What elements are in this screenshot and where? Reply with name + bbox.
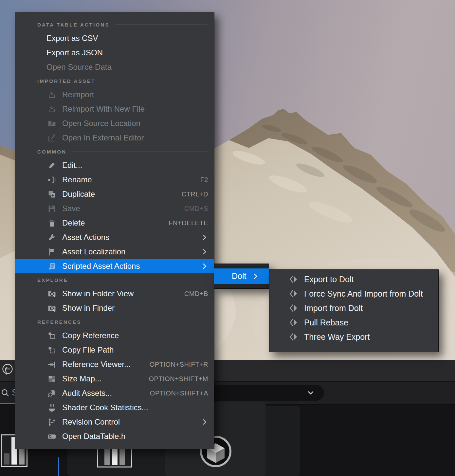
menu-item-icon: [46, 175, 57, 185]
section-divider: [73, 280, 208, 280]
menu-item-label: Asset Actions: [62, 233, 109, 242]
dolt-item-icon: [288, 332, 299, 342]
menu-item-open-in-external-editor: Open In External Editor: [15, 131, 214, 145]
trash-icon: [47, 219, 56, 228]
section-header: REFERENCES: [15, 315, 214, 328]
revision-control-icon: [47, 418, 56, 427]
chevron-right-icon: [201, 418, 208, 426]
back-button[interactable]: [2, 363, 13, 375]
menu-item-duplicate[interactable]: DuplicateCTRL+D: [15, 187, 214, 201]
dolt-menu-item-pull-rebase[interactable]: Pull Rebase: [269, 315, 438, 330]
menu-item-show-in-finder[interactable]: Show in Finder: [15, 301, 214, 315]
menu-item-label: Rename: [62, 175, 92, 184]
section-header: COMMON: [15, 145, 214, 158]
section-header: EXPLORE: [15, 273, 214, 286]
menu-item-icon: [46, 388, 57, 398]
menu-item-icon: [46, 119, 57, 128]
dolt-menu-item-import-from-dolt[interactable]: Import from Dolt: [269, 301, 438, 315]
pencil-icon: [47, 161, 56, 170]
menu-item-label: Show in Folder View: [62, 289, 134, 298]
menu-item-label: Export as CSV: [46, 34, 98, 43]
section-header-label: COMMON: [37, 149, 66, 155]
menu-item-show-in-folder-view[interactable]: Show in Folder ViewCMD+B: [15, 286, 214, 301]
context-menu: DATA TABLE ACTIONSExport as CSVExport as…: [15, 12, 214, 449]
menu-item-scripted-asset-actions[interactable]: Scripted Asset Actions: [15, 259, 214, 273]
menu-item-size-map[interactable]: Size Map...OPTION+SHIFT+M: [15, 372, 214, 386]
section-header-label: IMPORTED ASSET: [37, 78, 96, 84]
menu-item-label: Shader Cook Statistics...: [62, 403, 148, 412]
scripted-actions-submenu: Dolt: [214, 264, 269, 289]
size-map-icon: [47, 375, 56, 383]
menu-item-asset-localization[interactable]: Asset Localization: [15, 245, 214, 259]
menu-item-icon: [46, 345, 57, 355]
menu-item-copy-reference[interactable]: Copy Reference: [15, 328, 214, 343]
rename-icon: [47, 175, 56, 184]
dolt-menu-item-export-to-dolt[interactable]: Export to Dolt: [269, 272, 438, 286]
menu-item-reimport: Reimport: [15, 87, 214, 102]
menu-item-icon: [46, 247, 57, 257]
menu-item-rename[interactable]: RenameF2: [15, 173, 214, 187]
menu-item-reference-viewer[interactable]: Reference Viewer...OPTION+SHIFT+R: [15, 357, 214, 372]
save-icon: [47, 204, 56, 213]
menu-item-reimport-with-new-file: Reimport With New File: [15, 102, 214, 116]
script-icon: [47, 262, 56, 271]
menu-item-icon: [46, 104, 57, 114]
menu-item-label: Open DataTable.h: [62, 432, 125, 441]
menu-item-shortcut: OPTION+SHIFT+M: [149, 375, 208, 383]
menu-item-open-datatable-h[interactable]: C++Open DataTable.h: [15, 429, 214, 444]
copy-icon: [47, 346, 56, 355]
submenu-item-dolt[interactable]: Dolt: [214, 268, 269, 284]
reimport-icon: [47, 105, 56, 114]
open-source-location-icon: [47, 119, 56, 128]
bar: [119, 449, 125, 465]
menu-item-export-as-csv[interactable]: Export as CSV: [15, 31, 214, 46]
dolt-menu-item-force-sync-and-import-from-dolt[interactable]: Force Sync And Import from Dolt: [269, 286, 438, 301]
menu-item-asset-actions[interactable]: Asset Actions: [15, 230, 214, 245]
back-arrow-icon: [2, 363, 13, 375]
menu-item-label: Copy File Path: [62, 345, 114, 355]
menu-item-icon: [46, 331, 57, 340]
menu-item-shader-cook-statistics[interactable]: Shader Cook Statistics...: [15, 400, 214, 415]
dolt-item-icon: [288, 303, 299, 313]
menu-item-label: Open Source Data: [46, 63, 112, 72]
section-divider: [87, 322, 208, 322]
section-header-label: EXPLORE: [37, 277, 68, 283]
section-divider: [115, 25, 208, 25]
search-icon: [1, 388, 10, 397]
menu-item-delete[interactable]: DeleteFN+DELETE: [15, 216, 214, 230]
selected-tile-accent: [58, 457, 59, 476]
dolt-item-label: Force Sync And Import from Dolt: [304, 289, 423, 299]
chevron-right-icon: [201, 234, 208, 241]
menu-item-shortcut: FN+DELETE: [169, 219, 208, 227]
menu-item-icon: [46, 303, 57, 313]
menu-item-label: Reference Viewer...: [62, 360, 131, 369]
chevron-right-icon: [201, 263, 208, 270]
menu-item-icon: [46, 204, 57, 213]
folder-search-icon: [47, 289, 56, 298]
section-header: IMPORTED ASSET: [15, 74, 214, 87]
section-header: DATA TABLE ACTIONS: [15, 18, 214, 31]
dolt-item-label: Export to Dolt: [304, 275, 354, 284]
duplicate-icon: [47, 190, 56, 199]
menu-item-label: Open In External Editor: [62, 133, 144, 142]
menu-item-export-as-json[interactable]: Export as JSON: [15, 46, 214, 60]
menu-item-copy-file-path[interactable]: Copy File Path: [15, 343, 214, 357]
menu-item-icon: [46, 359, 57, 369]
dolt-submenu: Export to DoltForce Sync And Import from…: [269, 269, 439, 352]
menu-item-shortcut: CMD+S: [184, 205, 208, 212]
menu-item-shortcut: CMD+B: [184, 290, 208, 298]
menu-item-audit-assets[interactable]: Audit Assets...OPTION+SHIFT+A: [15, 386, 214, 400]
menu-item-edit[interactable]: Edit...: [15, 158, 214, 173]
section-divider: [72, 152, 208, 152]
menu-item-icon: [46, 90, 57, 100]
menu-item-label: Copy Reference: [62, 331, 119, 340]
wrench-icon: [47, 233, 56, 242]
menu-item-shortcut: OPTION+SHIFT+A: [150, 390, 208, 397]
external-editor-icon: [47, 134, 56, 142]
menu-item-revision-control[interactable]: Revision Control: [15, 415, 214, 429]
section-header-label: REFERENCES: [37, 319, 82, 325]
dolt-icon: [289, 303, 298, 313]
bar: [4, 453, 9, 465]
menu-item-icon: [46, 417, 57, 427]
dolt-menu-item-three-way-export[interactable]: Three Way Export: [269, 330, 438, 344]
